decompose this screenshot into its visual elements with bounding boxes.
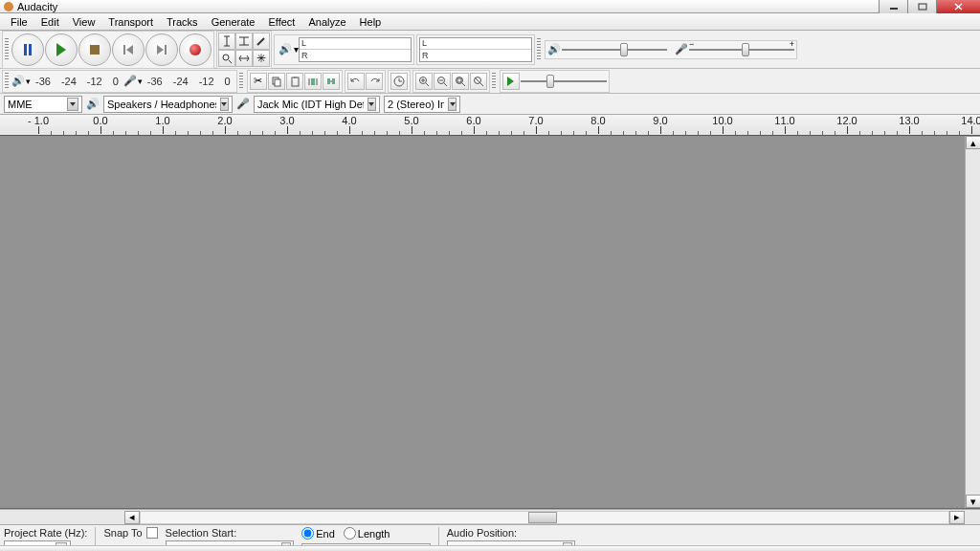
multi-tool[interactable]: ✳ (253, 50, 270, 67)
play-button[interactable] (45, 33, 78, 66)
ruler-tick: 13.0 (898, 115, 921, 134)
meter-right-label: R (300, 50, 411, 61)
menu-view[interactable]: View (66, 14, 102, 30)
chevron-down-icon (368, 98, 376, 111)
skip-end-icon (157, 45, 167, 55)
timeline-ruler[interactable]: - 1.00.01.02.03.04.05.06.07.08.09.010.01… (0, 115, 980, 136)
playback-volume-slider[interactable] (562, 43, 667, 56)
zoom-out-button[interactable] (434, 73, 451, 90)
trim-icon (307, 76, 319, 87)
close-button[interactable] (936, 0, 980, 13)
playback-meter[interactable]: L R (299, 37, 412, 62)
menu-edit[interactable]: Edit (34, 14, 66, 30)
trim-button[interactable] (304, 73, 322, 90)
input-channels-combo[interactable]: 2 (Stereo) Input C (384, 96, 460, 113)
audio-host-combo[interactable]: MME (4, 96, 82, 113)
pause-icon (24, 44, 32, 55)
toolbar-transport-row: ✳ 🔊 ▾ L R L R 🔊 🎤 − (0, 31, 980, 69)
speaker-icon[interactable]: 🔊 (277, 43, 294, 55)
magnifier-icon (221, 53, 233, 64)
undo-button[interactable] (347, 73, 365, 90)
stop-button[interactable] (78, 33, 111, 66)
ibeam-icon (222, 35, 232, 47)
scroll-track[interactable] (140, 511, 949, 524)
skip-start-button[interactable] (112, 33, 145, 66)
skip-end-button[interactable] (145, 33, 178, 66)
end-radio[interactable]: End (301, 527, 335, 540)
vertical-scrollbar[interactable]: ▴ ▾ (965, 136, 980, 508)
output-device-combo[interactable]: Speakers / Headphones (IDT H (103, 96, 233, 113)
redo-icon (368, 77, 380, 86)
window-title: Audacity (17, 1, 57, 12)
mic-icon: 🎤 (675, 43, 688, 55)
meter-right-label: R (420, 50, 531, 61)
undo-toolbar (345, 70, 386, 93)
svg-rect-18 (311, 78, 315, 85)
minimize-button[interactable] (879, 0, 907, 13)
grip-icon[interactable] (239, 73, 243, 90)
timeshift-tool[interactable] (235, 50, 253, 67)
scroll-down-button[interactable]: ▾ (966, 495, 980, 508)
scroll-up-button[interactable]: ▴ (966, 136, 980, 149)
scroll-left-button[interactable]: ◂ (124, 511, 140, 524)
ruler-tick: 12.0 (835, 115, 858, 134)
ruler-tick: 0.0 (89, 115, 112, 134)
menu-generate[interactable]: Generate (205, 14, 262, 30)
grip-icon[interactable] (5, 38, 9, 61)
menu-analyze[interactable]: Analyze (301, 14, 352, 30)
playback-meter-toolbar: 🔊 ▾ L R (274, 34, 414, 65)
paste-button[interactable] (286, 73, 303, 90)
menu-file[interactable]: File (4, 14, 34, 30)
zoom-in-button[interactable] (415, 73, 433, 90)
scroll-thumb[interactable] (528, 512, 557, 523)
mic-icon: 🎤 (123, 75, 137, 87)
sync-lock-button[interactable] (390, 73, 408, 90)
sync-toolbar (388, 70, 411, 93)
draw-tool[interactable] (253, 33, 270, 50)
record-db-scale: -36-24-120 (144, 76, 234, 87)
ruler-tick: 7.0 (524, 115, 547, 134)
play-icon (56, 43, 66, 56)
zoom-tool[interactable] (218, 50, 235, 67)
svg-rect-22 (327, 78, 330, 84)
redo-button[interactable] (366, 73, 383, 90)
menu-help[interactable]: Help (353, 14, 389, 30)
silence-icon (325, 76, 337, 87)
ruler-tick: 11.0 (773, 115, 796, 134)
fit-selection-button[interactable] (452, 73, 469, 90)
length-radio[interactable]: Length (344, 527, 390, 540)
record-button[interactable] (179, 33, 212, 66)
edit-toolbar: ✂ (247, 70, 343, 93)
track-area[interactable]: ▴ ▾ (0, 136, 980, 509)
recording-volume-slider[interactable]: − + (689, 43, 794, 56)
grip-icon[interactable] (537, 38, 541, 61)
maximize-button[interactable] (907, 0, 936, 13)
svg-rect-17 (294, 77, 297, 78)
grip-icon[interactable] (5, 73, 9, 90)
silence-button[interactable] (323, 73, 340, 90)
menu-effect[interactable]: Effect (262, 14, 302, 30)
envelope-tool[interactable] (235, 33, 253, 50)
meter-left-label: L (420, 38, 531, 51)
stop-icon (90, 45, 100, 55)
menu-tracks[interactable]: Tracks (160, 14, 205, 30)
grip-icon[interactable] (492, 73, 496, 90)
fit-project-button[interactable] (470, 73, 487, 90)
play-at-speed-button[interactable] (502, 73, 520, 90)
playback-speed-slider[interactable] (521, 75, 607, 88)
ruler-tick: 9.0 (649, 115, 672, 134)
copy-button[interactable] (268, 73, 285, 90)
cut-button[interactable]: ✂ (250, 73, 267, 90)
horizontal-scrollbar[interactable]: ◂ ▸ (0, 509, 980, 524)
recording-meter[interactable]: L R (419, 37, 532, 62)
svg-point-11 (223, 55, 229, 60)
ruler-tick: 5.0 (400, 115, 423, 134)
snap-to-checkbox[interactable] (146, 527, 158, 539)
input-device-combo[interactable]: Jack Mic (IDT High Definition A (254, 96, 380, 113)
ruler-tick: 14.0 (960, 115, 980, 134)
scroll-right-button[interactable]: ▸ (949, 511, 965, 524)
meter-left-label: L (300, 38, 411, 51)
selection-tool[interactable] (218, 33, 235, 50)
menu-transport[interactable]: Transport (101, 14, 160, 30)
pause-button[interactable] (11, 33, 44, 66)
